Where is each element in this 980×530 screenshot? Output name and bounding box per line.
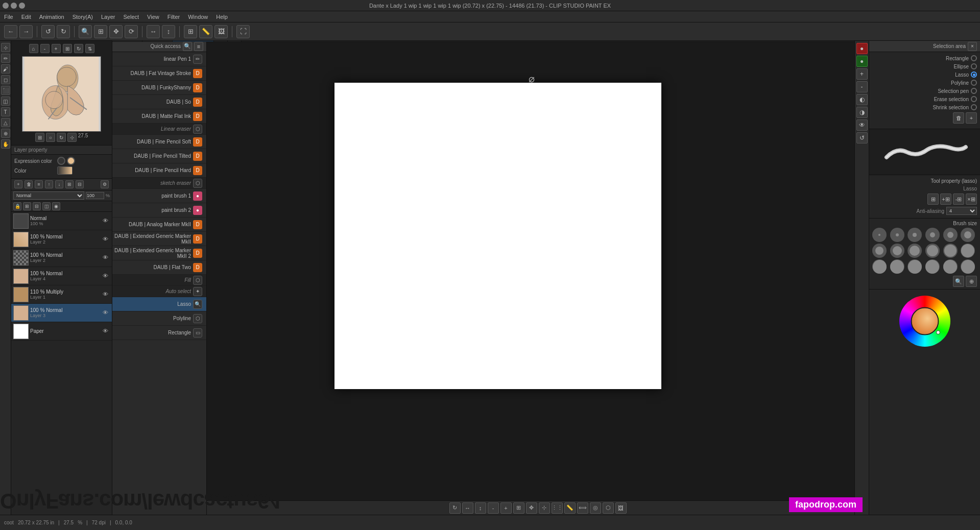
flatten-btn[interactable]: ⊟ (76, 180, 84, 188)
brush-item-funky[interactable]: DAUB | FunkyShanny D (112, 81, 206, 95)
menu-file[interactable]: File (4, 14, 13, 20)
canvas-btn-rotate[interactable]: ↻ (449, 502, 461, 514)
brush-size-40[interactable] (872, 259, 887, 274)
brush-item-paint2[interactable]: paint brush 2 ● (112, 203, 206, 218)
brush-item-paint1[interactable]: paint brush 1 ● (112, 189, 206, 203)
brush-item-matte[interactable]: DAUB | Matte Flat Ink D (112, 109, 206, 124)
layer-item[interactable]: Paper 👁 (11, 322, 112, 341)
sel-mode-new[interactable]: ⊞ (927, 194, 939, 205)
brush-size-20[interactable] (925, 244, 940, 258)
maximize-button[interactable] (19, 3, 25, 9)
canvas-btn-3d[interactable]: ⬡ (603, 502, 614, 514)
brush-size-30[interactable] (961, 244, 975, 258)
menu-edit[interactable]: Edit (21, 14, 31, 20)
layer-item[interactable]: 100 % Normal Layer 2 👁 (11, 249, 112, 267)
ruler-button[interactable]: 📏 (199, 25, 212, 38)
color-red-btn[interactable]: ● (856, 43, 868, 54)
minimize-button[interactable] (11, 3, 17, 9)
opacity-up[interactable]: ◐ (856, 94, 868, 105)
window-controls[interactable] (3, 3, 25, 9)
brush-size-down[interactable]: - (856, 81, 868, 92)
brush-item-extended1[interactable]: DAUB | Extended Generic Marker MkII D (112, 232, 206, 246)
layer-down-btn[interactable]: ↓ (55, 180, 63, 188)
canvas-btn-zoom-out[interactable]: - (488, 502, 499, 514)
eye-btn[interactable]: 👁 (856, 119, 868, 131)
delete-layer-btn[interactable]: 🗑 (25, 180, 33, 188)
mask-btn[interactable]: ◫ (42, 202, 51, 210)
brush-size-8[interactable] (872, 244, 887, 258)
shrink-selection-radio[interactable] (971, 104, 977, 110)
shape-tool[interactable]: △ (1, 118, 10, 127)
canvas-btn-onion[interactable]: ◎ (590, 502, 601, 514)
brush-item-lasso[interactable]: Lasso 🔍 (112, 297, 206, 311)
pen-tool[interactable]: ✏ (1, 54, 10, 63)
layer-settings-btn[interactable]: ⚙ (101, 180, 109, 188)
zoom-tool[interactable]: ⊕ (1, 129, 10, 138)
layer-item[interactable]: 100 % Normal Layer 4 👁 (11, 267, 112, 285)
rectangle-radio[interactable] (971, 55, 977, 61)
menu-layer[interactable]: Layer (101, 14, 115, 20)
lock-btn[interactable]: 🔒 (13, 202, 21, 210)
brush-size-15[interactable] (907, 244, 922, 258)
layer-up-btn[interactable]: ↑ (45, 180, 53, 188)
polyline-radio[interactable] (971, 80, 977, 86)
layer-visibility[interactable]: 👁 (103, 218, 110, 225)
brush-item-pencil-soft[interactable]: DAUB | Fine Pencil Soft D (112, 135, 206, 149)
undo-button[interactable]: ↺ (41, 25, 55, 38)
brush-size-80[interactable] (925, 259, 940, 274)
canvas-btn-zoom-in[interactable]: + (500, 502, 512, 514)
menu-animation[interactable]: Animation (39, 14, 64, 20)
color-wheel-dot[interactable] (936, 330, 940, 334)
layer-visibility[interactable]: 👁 (103, 273, 110, 280)
canvas-btn-ruler[interactable]: 📏 (564, 502, 576, 514)
blend-mode-select[interactable]: Normal Multiply Screen (13, 191, 84, 200)
reference-layer-btn[interactable]: ◉ (52, 202, 60, 210)
brush-item-pencil-tilted[interactable]: DAUB | Fine Pencil Tilted D (112, 149, 206, 163)
nav-opt3[interactable]: ↻ (57, 133, 66, 142)
size-search-btn[interactable]: 🔍 (953, 276, 964, 287)
brush-size-25b[interactable] (943, 244, 958, 258)
brush-item-rectangle[interactable]: Rectangle ▭ (112, 326, 206, 340)
sel-delete-btn[interactable]: 🗑 (953, 112, 964, 124)
brush-size-3[interactable] (943, 228, 958, 242)
color-gradient[interactable] (57, 166, 73, 175)
layer-visibility[interactable]: 👁 (103, 328, 110, 335)
brush-item-pencil-hard[interactable]: DAUB | Fine Pencil Hard D (112, 163, 206, 178)
brush-size-60[interactable] (907, 259, 922, 274)
history-btn[interactable]: ↺ (856, 132, 868, 143)
layer-options-btn[interactable]: ≡ (35, 180, 43, 188)
move-canvas[interactable]: ✋ (1, 139, 10, 149)
sel-mode-sub[interactable]: -⊞ (953, 194, 964, 205)
canvas-thumbnail[interactable] (22, 56, 101, 132)
sel-add-btn[interactable]: + (966, 112, 977, 124)
sel-mode-add[interactable]: +⊞ (940, 194, 951, 205)
nav-fit[interactable]: ⊞ (63, 44, 72, 53)
nav-opt1[interactable]: ⊞ (35, 133, 44, 142)
canvas-btn-move[interactable]: ✥ (526, 502, 537, 514)
nav-opt2[interactable]: ○ (46, 133, 55, 142)
layer-item[interactable]: 100 % Normal Layer 2 👁 (11, 230, 112, 249)
canvas-btn-flipv[interactable]: ↕ (475, 502, 486, 514)
brush-item-so[interactable]: DAUB | So D (112, 95, 206, 109)
opacity-down[interactable]: ◑ (856, 107, 868, 118)
brush-size-5[interactable] (961, 228, 975, 242)
size-zoom-btn[interactable]: ⊕ (966, 276, 977, 287)
brush-size-100[interactable] (943, 259, 958, 274)
eraser-tool[interactable]: ◻ (1, 75, 10, 84)
flip-h-button[interactable]: ↔ (147, 25, 160, 38)
redo-button[interactable]: ↻ (57, 25, 70, 38)
clip-btn[interactable]: ⊟ (33, 202, 41, 210)
select-tool[interactable]: ◫ (1, 97, 10, 106)
brush-item-polyline[interactable]: Polyline ⬡ (112, 311, 206, 326)
canvas-btn-select[interactable]: ⊞ (513, 502, 524, 514)
brush-item-analog[interactable]: DAUB | Analog Marker MkII D (112, 218, 206, 232)
nav-home[interactable]: ⌂ (29, 44, 38, 53)
nav-rotate[interactable]: ↻ (74, 44, 83, 53)
layer-visibility[interactable]: 👁 (103, 309, 110, 317)
layer-visibility[interactable]: 👁 (103, 236, 110, 243)
zoom-button[interactable]: 🔍 (79, 25, 92, 38)
canvas-btn-ref[interactable]: 🖼 (615, 502, 627, 514)
nav-opt4[interactable]: ⊹ (67, 133, 77, 142)
ellipse-radio[interactable] (971, 63, 977, 69)
brush-size-up[interactable]: + (856, 68, 868, 80)
